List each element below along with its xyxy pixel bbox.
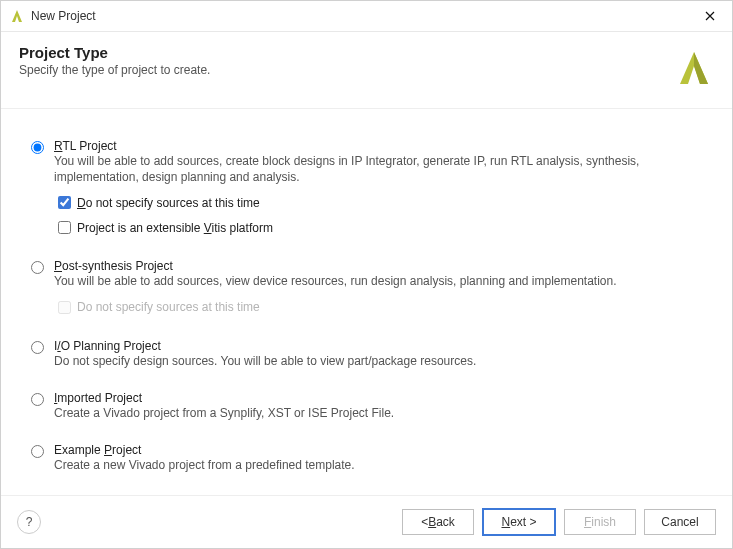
radio-post-synthesis[interactable]	[31, 261, 44, 274]
wizard-header: Project Type Specify the type of project…	[1, 32, 732, 109]
cancel-button[interactable]: Cancel	[644, 509, 716, 535]
option-post-synthesis[interactable]: Post-synthesis Project You will be able …	[31, 259, 702, 316]
option-example-project[interactable]: Example Project Create a new Vivado proj…	[31, 443, 702, 473]
finish-button: Finish	[564, 509, 636, 535]
option-example-desc: Create a new Vivado project from a prede…	[54, 457, 702, 473]
page-title: Project Type	[19, 44, 674, 61]
option-example-title: Example Project	[54, 443, 702, 457]
checkbox-rtl-vitis-input[interactable]	[58, 221, 71, 234]
option-rtl-desc: You will be able to add sources, create …	[54, 153, 702, 185]
titlebar: New Project	[1, 1, 732, 32]
next-button[interactable]: Next >	[482, 508, 556, 536]
wizard-dialog: New Project Project Type Specify the typ…	[0, 0, 733, 549]
checkbox-rtl-vitis-label: Project is an extensible Vitis platform	[77, 221, 273, 235]
page-subtitle: Specify the type of project to create.	[19, 63, 674, 77]
checkbox-rtl-vitis[interactable]: Project is an extensible Vitis platform	[54, 218, 702, 237]
radio-rtl-project[interactable]	[31, 141, 44, 154]
app-logo-icon	[9, 8, 25, 24]
checkbox-rtl-no-sources[interactable]: Do not specify sources at this time	[54, 193, 702, 212]
option-imported-title: Imported Project	[54, 391, 702, 405]
checkbox-post-no-sources-label: Do not specify sources at this time	[77, 300, 260, 314]
window-title: New Project	[31, 9, 96, 23]
options-panel: RTL Project You will be able to add sour…	[1, 109, 732, 495]
option-io-planning[interactable]: I/O Planning Project Do not specify desi…	[31, 339, 702, 369]
checkbox-rtl-no-sources-input[interactable]	[58, 196, 71, 209]
radio-io-planning[interactable]	[31, 341, 44, 354]
vendor-logo-icon	[674, 48, 714, 88]
option-io-planning-desc: Do not specify design sources. You will …	[54, 353, 702, 369]
checkbox-rtl-no-sources-label: Do not specify sources at this time	[77, 196, 260, 210]
help-icon: ?	[26, 515, 33, 529]
close-icon	[705, 11, 715, 21]
option-rtl-title: RTL Project	[54, 139, 702, 153]
checkbox-post-no-sources: Do not specify sources at this time	[54, 298, 702, 317]
wizard-footer: ? < Back Next > Finish Cancel	[1, 495, 732, 548]
checkbox-post-no-sources-input	[58, 301, 71, 314]
option-post-synthesis-title: Post-synthesis Project	[54, 259, 702, 273]
radio-example-project[interactable]	[31, 445, 44, 458]
close-button[interactable]	[696, 5, 724, 27]
option-imported-project[interactable]: Imported Project Create a Vivado project…	[31, 391, 702, 421]
back-button[interactable]: < Back	[402, 509, 474, 535]
option-rtl-project[interactable]: RTL Project You will be able to add sour…	[31, 139, 702, 237]
help-button[interactable]: ?	[17, 510, 41, 534]
option-io-planning-title: I/O Planning Project	[54, 339, 702, 353]
radio-imported-project[interactable]	[31, 393, 44, 406]
option-post-synthesis-desc: You will be able to add sources, view de…	[54, 273, 702, 289]
option-imported-desc: Create a Vivado project from a Synplify,…	[54, 405, 702, 421]
